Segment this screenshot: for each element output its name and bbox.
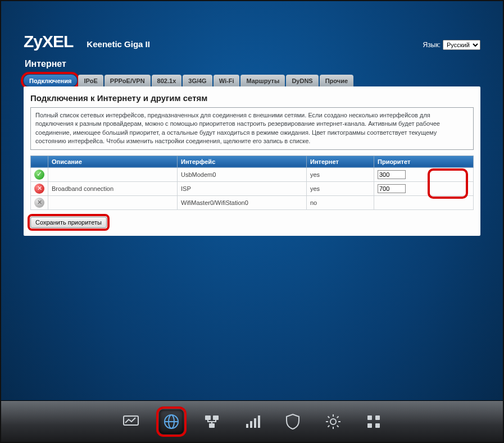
priority-input[interactable] [378, 184, 406, 193]
nav-security[interactable] [280, 409, 305, 434]
table-row[interactable]: UsbModem0 yes [31, 167, 474, 181]
nav-settings[interactable] [321, 409, 346, 434]
col-internet: Интернет [307, 156, 374, 167]
svg-rect-6 [209, 423, 215, 428]
nav-signal[interactable] [240, 409, 265, 434]
svg-rect-14 [367, 423, 372, 428]
header-bar: ZyXEL Keenetic Giga II Язык: Русский [24, 32, 480, 51]
tab-3g4g[interactable]: 3G/4G [183, 75, 212, 86]
nav-apps[interactable] [361, 409, 386, 434]
svg-point-11 [330, 419, 336, 424]
row-inet: no [307, 195, 374, 209]
nav-internet[interactable] [159, 409, 184, 434]
row-iface: WifiMaster0/WifiStation0 [178, 195, 307, 209]
panel-description: Полный список сетевых интерфейсов, предн… [30, 107, 474, 150]
globe-icon [162, 413, 180, 431]
nav-monitor[interactable] [119, 409, 143, 434]
table-row[interactable]: WifiMaster0/WifiStation0 no [31, 195, 474, 209]
svg-rect-13 [375, 415, 380, 420]
status-error-icon [34, 184, 44, 194]
signal-icon [243, 413, 261, 431]
model-name: Keenetic Giga II [87, 39, 150, 49]
priority-input[interactable] [378, 170, 406, 179]
tab-connections[interactable]: Подключения [24, 75, 77, 86]
col-interface: Интерфейс [178, 156, 307, 167]
monitor-icon [122, 413, 140, 431]
svg-rect-9 [254, 418, 256, 428]
status-ok-icon [34, 170, 44, 180]
svg-rect-4 [205, 415, 211, 420]
tab-wifi[interactable]: Wi-Fi [214, 75, 240, 86]
connections-table: Описание Интерфейс Интернет Приоритет Us… [30, 156, 474, 210]
logo: ZyXEL [24, 32, 73, 51]
row-desc [48, 195, 178, 209]
app-screen: ZyXEL Keenetic Giga II Язык: Русский Инт… [0, 0, 504, 443]
save-priorities-button[interactable]: Сохранить приоритеты [30, 217, 107, 228]
nav-network[interactable] [199, 409, 224, 434]
tab-ipoe[interactable]: IPoE [78, 75, 103, 86]
col-description: Описание [48, 156, 178, 167]
language-selector: Язык: Русский [423, 40, 480, 50]
apps-icon [365, 413, 383, 431]
tab-routes[interactable]: Маршруты [240, 75, 285, 86]
row-inet: yes [307, 181, 374, 195]
shield-icon [284, 413, 302, 431]
bottom-nav [1, 400, 503, 442]
page-title: Интернет [25, 59, 479, 69]
row-iface: ISP [178, 181, 307, 195]
language-label: Язык: [423, 41, 441, 49]
table-row[interactable]: Broadband connection ISP yes [31, 181, 474, 195]
col-status [31, 156, 48, 167]
tab-other[interactable]: Прочие [320, 75, 353, 86]
language-select[interactable]: Русский [443, 40, 480, 50]
svg-rect-12 [367, 415, 372, 420]
row-desc [48, 167, 178, 181]
status-off-icon [34, 198, 44, 208]
tab-8021x[interactable]: 802.1x [152, 75, 182, 86]
row-desc: Broadband connection [48, 181, 178, 195]
row-inet: yes [307, 167, 374, 181]
content-panel: Подключения к Интернету и другим сетям П… [24, 86, 480, 236]
col-priority: Приоритет [374, 156, 474, 167]
svg-rect-10 [258, 415, 260, 428]
svg-rect-8 [250, 421, 252, 428]
tab-bar: Подключения IPoE PPPoE/VPN 802.1x 3G/4G … [24, 75, 480, 86]
svg-rect-7 [246, 424, 248, 428]
gear-icon [324, 413, 342, 431]
svg-rect-15 [375, 423, 380, 428]
network-icon [203, 413, 221, 431]
row-iface: UsbModem0 [178, 167, 307, 181]
svg-rect-5 [213, 415, 219, 420]
panel-heading: Подключения к Интернету и другим сетям [30, 93, 474, 103]
tab-pppoe[interactable]: PPPoE/VPN [105, 75, 151, 86]
tab-dydns[interactable]: DyDNS [286, 75, 318, 86]
